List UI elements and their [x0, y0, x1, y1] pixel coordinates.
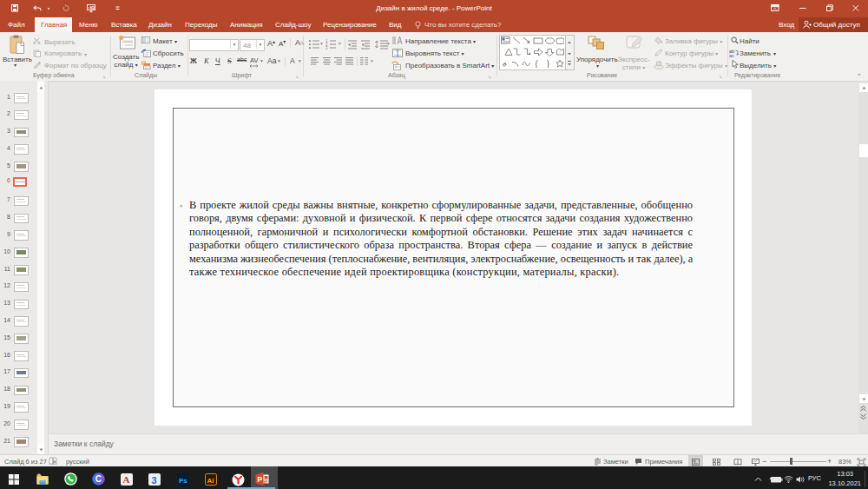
- svg-text:A: A: [123, 474, 130, 485]
- svg-text:3: 3: [326, 46, 328, 50]
- svg-text:ac: ac: [729, 53, 734, 57]
- svg-text:C: C: [95, 474, 102, 484]
- svg-text:Ps: Ps: [179, 477, 187, 485]
- svg-text:3: 3: [151, 475, 156, 486]
- svg-text:P: P: [257, 475, 262, 484]
- svg-text:Ai: Ai: [207, 477, 214, 485]
